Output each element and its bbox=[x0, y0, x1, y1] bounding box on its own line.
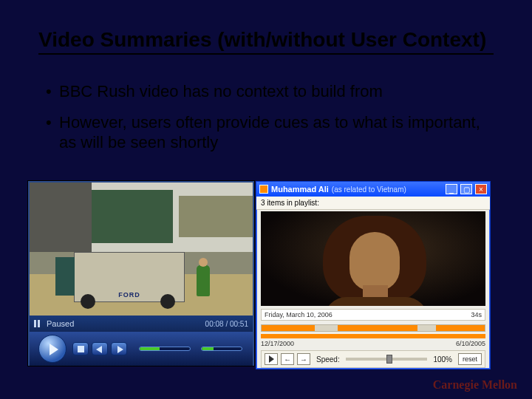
maximize-button[interactable]: ▢ bbox=[460, 184, 472, 194]
volume-slider[interactable] bbox=[139, 347, 191, 351]
status-bar: Paused 00:08 / 00:51 bbox=[30, 316, 253, 332]
next-button[interactable] bbox=[111, 342, 127, 355]
timeline-segment[interactable] bbox=[262, 325, 315, 331]
slider-thumb-icon[interactable] bbox=[386, 355, 392, 364]
pause-icon bbox=[34, 320, 41, 327]
speed-slider[interactable] bbox=[346, 358, 428, 361]
scene-building bbox=[179, 196, 253, 237]
bullet-item: However, users often provide cues as to … bbox=[46, 112, 480, 153]
clip-date: Friday, March 10, 2006 bbox=[265, 311, 332, 318]
bullet-list: BBC Rush video has no context to build f… bbox=[46, 81, 480, 163]
window-titlebar[interactable]: Muhammad Ali (as related to Vietnam) _ ▢… bbox=[256, 182, 490, 197]
timeline-segment[interactable] bbox=[338, 325, 418, 331]
playlist-count: 3 items in playlist: bbox=[256, 197, 490, 210]
play-button[interactable] bbox=[265, 353, 278, 365]
window-title: Muhammad Ali bbox=[271, 185, 329, 194]
timeline-date-range: 12/17/2000 6/10/2005 bbox=[261, 340, 485, 347]
portrait-face bbox=[349, 232, 400, 291]
playback-status: Paused bbox=[47, 319, 74, 328]
scene-person bbox=[197, 265, 210, 296]
timeline-start-date: 12/17/2000 bbox=[261, 340, 294, 347]
bullet-item: BBC Rush video has no context to build f… bbox=[46, 81, 480, 102]
minimize-button[interactable]: _ bbox=[446, 184, 457, 194]
media-player-window: FORD Paused 00:08 / 00:51 bbox=[28, 181, 254, 366]
app-icon bbox=[259, 185, 268, 194]
scene-building bbox=[92, 190, 173, 243]
video-frame-left[interactable]: FORD bbox=[30, 183, 253, 316]
stop-button[interactable] bbox=[72, 342, 89, 355]
scene-truck: FORD bbox=[74, 252, 185, 302]
org-logo: Carnegie Mellon bbox=[433, 378, 517, 392]
portrait-shoulders bbox=[324, 297, 428, 306]
step-back-button[interactable]: ← bbox=[281, 353, 294, 365]
slide-title: Video Summaries (with/without User Conte… bbox=[38, 28, 494, 55]
reset-button[interactable]: reset bbox=[458, 353, 482, 365]
clip-duration: 34s bbox=[471, 311, 482, 318]
timeline-segments[interactable] bbox=[261, 324, 485, 332]
speed-label: Speed: bbox=[316, 355, 340, 364]
video-frame-right[interactable] bbox=[261, 211, 485, 306]
seek-slider[interactable] bbox=[201, 347, 242, 351]
timeline-segment[interactable] bbox=[436, 325, 485, 331]
timeline-full[interactable] bbox=[261, 334, 485, 338]
play-button[interactable] bbox=[38, 335, 66, 363]
summary-player-window: Muhammad Ali (as related to Vietnam) _ ▢… bbox=[256, 181, 491, 369]
step-fwd-button[interactable]: → bbox=[297, 353, 310, 365]
scene-wheel bbox=[160, 294, 175, 309]
truck-brand-label: FORD bbox=[118, 291, 140, 299]
timecode: 00:08 / 00:51 bbox=[205, 320, 248, 328]
clip-info-bar: Friday, March 10, 2006 34s bbox=[261, 309, 485, 321]
summary-controls: ← → Speed: 100% reset bbox=[261, 350, 485, 368]
transport-controls bbox=[30, 332, 253, 366]
window-subtitle: (as related to Vietnam) bbox=[332, 185, 406, 194]
close-button[interactable]: × bbox=[475, 184, 487, 194]
speed-value: 100% bbox=[433, 355, 452, 364]
scene-wheel bbox=[81, 294, 95, 309]
timeline-end-date: 6/10/2005 bbox=[456, 340, 485, 347]
prev-button[interactable] bbox=[92, 342, 108, 355]
